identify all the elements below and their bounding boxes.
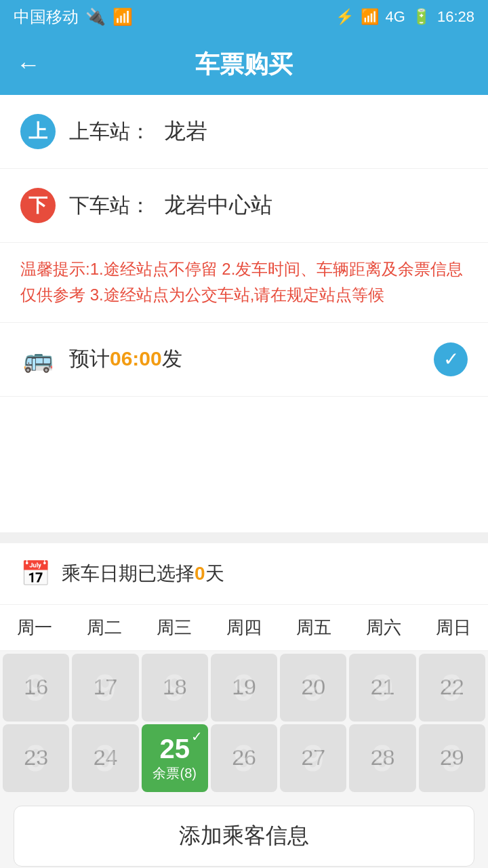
- boarding-icon: 上: [20, 114, 56, 149]
- days-count: 0: [195, 563, 205, 584]
- status-left: 中国移动 🔌 📶: [14, 6, 133, 28]
- section-divider: [0, 532, 488, 543]
- signal-icon: 4G: [386, 8, 405, 26]
- alighting-icon: 下: [20, 188, 56, 223]
- weekday-fri: 周五: [279, 605, 348, 650]
- schedule-text: 预计06:00发: [69, 345, 182, 373]
- boarding-station-row[interactable]: 上 上车站： 龙岩: [0, 95, 488, 169]
- cal-day-20[interactable]: 9 20: [280, 654, 346, 722]
- departure-time: 06:00: [110, 347, 162, 370]
- cal-day-18[interactable]: 9 18: [142, 654, 208, 722]
- cal-day-17[interactable]: 9 17: [72, 654, 138, 722]
- sim-icon: 📶: [113, 7, 133, 26]
- cal-day-26[interactable]: 9 26: [211, 724, 277, 792]
- schedule-row: 🚌 预计06:00发 ✓: [0, 323, 488, 397]
- cal-day-24[interactable]: 9 24: [72, 724, 138, 792]
- cal-day-23[interactable]: 9 23: [3, 724, 69, 792]
- weekday-wed: 周三: [140, 605, 209, 650]
- spacer: [0, 397, 488, 532]
- weekday-sat: 周六: [348, 605, 418, 650]
- carrier-text: 中国移动: [14, 6, 79, 28]
- weekday-tue: 周二: [70, 605, 140, 650]
- calendar-grid: 9 16 9 17 9 18 9 19 9 20 9 21 9 22 9: [0, 651, 488, 795]
- cal-day-28[interactable]: 9 28: [349, 724, 415, 792]
- calendar-title: 乘车日期已选择0天: [62, 561, 224, 587]
- status-right: ⚡ 📶 4G 🔋 16:28: [336, 8, 474, 26]
- calendar-icon: 📅: [20, 559, 51, 588]
- page-title: 车票购买: [195, 48, 293, 81]
- time-text: 16:28: [437, 8, 474, 26]
- weekday-thu: 周四: [209, 605, 279, 650]
- boarding-label: 上车站：: [69, 118, 150, 146]
- weekdays-row: 周一 周二 周三 周四 周五 周六 周日: [0, 605, 488, 651]
- cal-day-27[interactable]: 9 27: [280, 724, 346, 792]
- alighting-name: 龙岩中心站: [164, 191, 272, 220]
- cal-day-16[interactable]: 9 16: [3, 654, 69, 722]
- cal-day-25[interactable]: ✓ 25 余票(8): [142, 724, 208, 792]
- alighting-station-row[interactable]: 下 下车站： 龙岩中心站: [0, 169, 488, 243]
- alighting-label: 下车站：: [69, 192, 150, 220]
- usb-icon: 🔌: [85, 7, 106, 26]
- bus-icon: 🚌: [20, 342, 56, 377]
- cal-day-21[interactable]: 9 21: [349, 654, 415, 722]
- status-bar: 中国移动 🔌 📶 ⚡ 📶 4G 🔋 16:28: [0, 0, 488, 34]
- warning-text: 温馨提示:1.途经站点不停留 2.发车时间、车辆距离及余票信息仅供参考 3.途经…: [0, 243, 488, 323]
- cal-day-29[interactable]: 9 29: [419, 724, 485, 792]
- cal-day-19[interactable]: 9 19: [211, 654, 277, 722]
- calendar-section: 📅 乘车日期已选择0天 周一 周二 周三 周四 周五 周六 周日 9 16 9 …: [0, 543, 488, 795]
- content-area: 上 上车站： 龙岩 下 下车站： 龙岩中心站 温馨提示:1.途经站点不停留 2.…: [0, 95, 488, 532]
- battery-icon: 🔋: [412, 8, 430, 26]
- cal-day-22[interactable]: 9 22: [419, 654, 485, 722]
- weekday-mon: 周一: [0, 605, 70, 650]
- wifi-icon: 📶: [361, 8, 379, 26]
- bluetooth-icon: ⚡: [336, 8, 354, 26]
- calendar-header: 📅 乘车日期已选择0天: [0, 543, 488, 605]
- header: ← 车票购买: [0, 34, 488, 95]
- back-button[interactable]: ←: [16, 50, 41, 79]
- weekday-sun: 周日: [418, 605, 488, 650]
- boarding-name: 龙岩: [164, 117, 207, 146]
- add-passenger-button[interactable]: 添加乘客信息: [14, 806, 474, 867]
- selected-check: ✓: [434, 342, 468, 376]
